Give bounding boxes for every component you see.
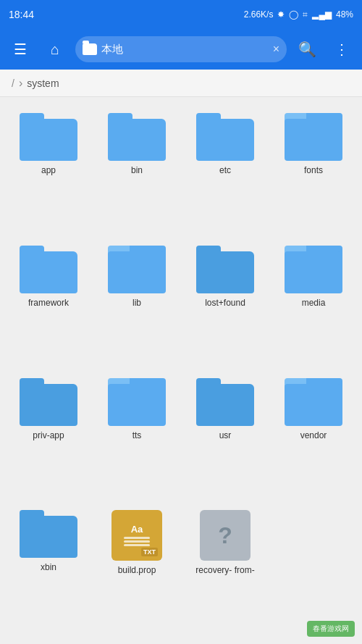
file-grid: app bin etc fonts framework lib lost+f xyxy=(0,97,362,644)
more-button[interactable]: ⋮ xyxy=(327,35,356,64)
path-bar: / › system xyxy=(0,70,362,97)
time-label: 18:44 xyxy=(9,9,34,20)
folder-icon xyxy=(108,113,166,161)
tab-close-button[interactable]: × xyxy=(273,43,279,56)
file-name-label: tts xyxy=(132,430,142,442)
status-bar: 18:44 2.66K/s ✸ ◯ ⌗ ▂▄▆ 48% xyxy=(0,0,362,29)
file-item[interactable]: media xyxy=(271,238,356,368)
file-item[interactable]: etc xyxy=(182,106,268,235)
file-name-label: xbin xyxy=(41,562,56,574)
watermark: 春番游戏网 xyxy=(307,621,355,637)
folder-icon xyxy=(20,246,77,293)
home-button[interactable]: ⌂ xyxy=(41,35,70,64)
path-root[interactable]: / xyxy=(12,78,14,89)
tab-folder-icon xyxy=(83,43,97,55)
file-name-label: bin xyxy=(131,165,143,177)
folder-icon xyxy=(196,113,254,161)
file-item[interactable]: framework xyxy=(6,238,91,368)
file-name-label: usr xyxy=(219,430,232,442)
file-item[interactable]: bin xyxy=(94,106,180,235)
file-item[interactable]: lib xyxy=(94,238,180,368)
folder-icon xyxy=(20,113,77,161)
file-name-label: media xyxy=(302,298,326,309)
clock-icon: ◯ xyxy=(289,9,298,20)
file-item[interactable]: xbin xyxy=(6,503,91,635)
file-item[interactable]: tts xyxy=(94,371,180,501)
battery-label: 48% xyxy=(336,9,353,20)
menu-button[interactable]: ☰ xyxy=(6,35,35,64)
file-item[interactable]: app xyxy=(6,106,91,235)
folder-icon xyxy=(20,378,77,426)
file-name-label: priv-app xyxy=(33,430,64,442)
file-item[interactable]: Aa TXT build.prop xyxy=(94,503,180,635)
unknown-file-icon: ? xyxy=(200,510,251,561)
home-icon: ⌂ xyxy=(51,41,59,58)
file-item[interactable]: priv-app xyxy=(6,371,91,501)
file-item[interactable]: fonts xyxy=(271,106,356,235)
folder-icon xyxy=(196,378,254,426)
folder-icon xyxy=(108,246,166,293)
tab-label: 本地 xyxy=(101,43,269,57)
file-name-label: framework xyxy=(28,298,69,309)
bluetooth-icon: ✸ xyxy=(277,9,285,20)
wifi-icon: ⌗ xyxy=(303,9,308,20)
folder-icon xyxy=(285,378,342,426)
status-time: 18:44 xyxy=(9,9,34,20)
folder-icon xyxy=(285,113,342,161)
file-name-label: lib xyxy=(132,298,141,309)
file-name-label: etc xyxy=(219,165,231,177)
file-name-label: app xyxy=(41,165,56,177)
folder-icon xyxy=(20,510,77,558)
folder-icon xyxy=(108,378,166,426)
prop-icon: Aa TXT xyxy=(111,510,162,561)
more-icon: ⋮ xyxy=(334,41,349,58)
path-chevron: › xyxy=(19,77,22,90)
file-item[interactable]: ? recovery- from- xyxy=(182,503,268,635)
file-item[interactable]: lost+found xyxy=(182,238,268,368)
signal-icon: ▂▄▆ xyxy=(312,9,332,20)
file-name-label: fonts xyxy=(304,165,323,177)
toolbar: ☰ ⌂ 本地 × 🔍 ⋮ xyxy=(0,29,362,70)
menu-icon: ☰ xyxy=(14,41,27,58)
file-name-label: recovery- from- xyxy=(195,565,254,577)
file-name-label: vendor xyxy=(300,430,327,442)
file-name-label: lost+found xyxy=(205,298,245,309)
folder-icon xyxy=(196,246,254,293)
search-button[interactable]: 🔍 xyxy=(292,35,321,64)
file-name-label: build.prop xyxy=(118,565,156,577)
folder-icon xyxy=(285,246,342,293)
search-icon: 🔍 xyxy=(298,41,316,58)
path-current: system xyxy=(27,78,59,89)
file-item[interactable]: vendor xyxy=(271,371,356,501)
status-icons: 2.66K/s ✸ ◯ ⌗ ▂▄▆ 48% xyxy=(244,9,353,20)
breadcrumb-pill[interactable]: 本地 × xyxy=(75,36,287,62)
speed-label: 2.66K/s xyxy=(244,9,274,20)
file-item[interactable]: usr xyxy=(182,371,268,501)
